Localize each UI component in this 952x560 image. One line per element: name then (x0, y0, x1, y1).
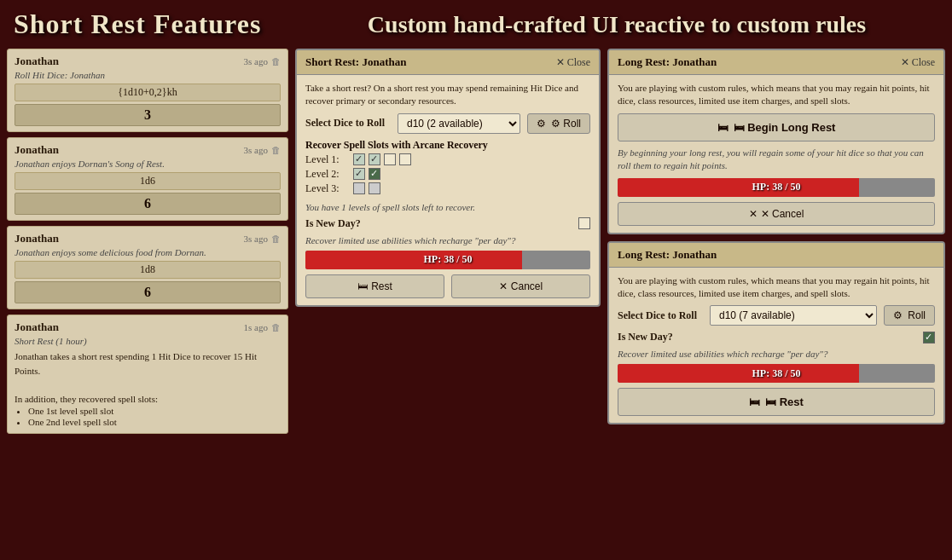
long-rest-bottom-header: Long Rest: Jonathan (609, 243, 943, 268)
card2-result: 6 (15, 193, 281, 215)
level3-label: Level 3: (305, 182, 350, 195)
long-rest-bottom-title: Long Rest: Jonathan (618, 248, 717, 262)
gear-icon: ⚙ (537, 118, 546, 130)
level2-cb2[interactable] (369, 168, 380, 180)
short-rest-description: Take a short rest? On a short rest you m… (305, 82, 590, 108)
level2-cb1[interactable] (353, 168, 365, 180)
short-rest-dialog-box: Short Rest: Jonathan ✕ Close Take a shor… (295, 49, 601, 307)
card3-result: 6 (15, 281, 281, 303)
gear-icon: ⚙ (893, 309, 903, 321)
long-rest-dialog-bottom: Long Rest: Jonathan You are playing with… (607, 241, 945, 425)
long-rest-new-day-row: Is New Day? (618, 331, 935, 344)
left-panel: Jonathan 3s ago 🗑 Roll Hit Dice: Jonatha… (7, 49, 288, 553)
roll-button[interactable]: ⚙ ⚙ Roll (527, 113, 590, 134)
spell-recovery-title: Recover Spell Slots with Arcane Recovery (305, 139, 590, 152)
long-rest-top-header: Long Rest: Jonathan ✕ Close (609, 50, 943, 75)
spell-recovery-section: Recover Spell Slots with Arcane Recovery… (305, 139, 590, 197)
long-rest-top-body: You are playing with custom rules, which… (609, 75, 943, 233)
long-rest-bottom-hp-bar: HP: 38 / 50 (618, 364, 935, 383)
short-rest-dialog-title: Short Rest: Jonathan (305, 55, 406, 69)
card1-delete-icon[interactable]: 🗑 (271, 56, 281, 66)
long-rest-dice-select[interactable]: d10 (7 available) (710, 305, 877, 326)
new-day-checkbox[interactable] (578, 217, 590, 229)
long-rest-bottom-rest-button[interactable]: 🛏 🛏 Rest (618, 388, 935, 416)
long-rest-top-cancel-button[interactable]: ✕ ✕ Cancel (618, 202, 935, 226)
spell-level2-row: Level 2: (305, 168, 590, 181)
long-rest-top-title: Long Rest: Jonathan (618, 55, 717, 69)
long-rest-bottom-body: You are playing with custom rules, which… (609, 268, 943, 424)
card4-delete-icon[interactable]: 🗑 (271, 322, 281, 332)
card3-delete-icon[interactable]: 🗑 (271, 234, 281, 244)
card-short-rest-result: Jonathan 1s ago 🗑 Short Rest (1 hour) Jo… (7, 315, 288, 434)
card1-formula: {1d10+0,2}kh (15, 84, 281, 101)
card3-name: Jonathan (15, 232, 59, 245)
card2-desc: Jonathan enjoys Dornan's Song of Rest. (15, 159, 281, 169)
long-rest-dice-label: Select Dice to Roll (618, 309, 703, 322)
card2-time: 3s ago 🗑 (244, 145, 281, 155)
spell-level1-row: Level 1: (305, 153, 590, 166)
list-item: One 2nd level spell slot (28, 417, 281, 427)
begin-long-rest-desc: By beginning your long rest, you will re… (618, 147, 935, 173)
card1-result: 3 (15, 104, 281, 126)
close-icon: ✕ (499, 280, 508, 292)
card-roll-hitdice: Jonathan 3s ago 🗑 Roll Hit Dice: Jonatha… (7, 49, 288, 132)
level1-cb3[interactable] (384, 153, 396, 165)
card1-name: Jonathan (15, 55, 59, 68)
level1-label: Level 1: (305, 153, 350, 166)
bed-icon: 🛏 (357, 280, 368, 292)
card1-header: Jonathan 3s ago 🗑 (15, 55, 281, 68)
card1-desc: Roll Hit Dice: Jonathan (15, 70, 281, 80)
level1-cb2[interactable] (369, 153, 380, 165)
long-rest-new-day-desc: Recover limited use abilities which rech… (618, 349, 935, 359)
card3-time: 3s ago 🗑 (244, 234, 281, 244)
card3-header: Jonathan 3s ago 🗑 (15, 232, 281, 245)
card4-subtype: Short Rest (1 hour) (15, 336, 281, 346)
spell-note: You have 1 levels of spell slots left to… (305, 202, 590, 212)
card3-desc: Jonathan enjoys some delicious food from… (15, 247, 281, 257)
card4-header: Jonathan 1s ago 🗑 (15, 320, 281, 334)
begin-long-rest-button[interactable]: 🛏 🛏 Begin Long Rest (618, 113, 935, 141)
long-rest-top-hp-text: HP: 38 / 50 (618, 178, 935, 197)
dice-select[interactable]: d10 (2 available) (398, 113, 520, 134)
bed-icon: 🛏 (749, 395, 760, 408)
level2-label: Level 2: (305, 168, 350, 181)
right-panel: Long Rest: Jonathan ✕ Close You are play… (607, 49, 945, 553)
header: Short Rest Features Custom hand-crafted … (0, 0, 952, 49)
long-rest-top-hp-bar: HP: 38 / 50 (618, 178, 935, 197)
hp-bar-text: HP: 38 / 50 (305, 251, 590, 269)
close-icon: ✕ (749, 208, 758, 220)
card-song-of-rest: Jonathan 3s ago 🗑 Jonathan enjoys Dornan… (7, 137, 288, 221)
spell-level3-row: Level 3: (305, 182, 590, 195)
cancel-button[interactable]: ✕ Cancel (451, 274, 590, 298)
long-rest-bottom-desc: You are playing with custom rules, which… (618, 274, 935, 301)
short-rest-dialog-header: Short Rest: Jonathan ✕ Close (297, 50, 599, 75)
new-day-row: Is New Day? (305, 217, 590, 230)
card4-text: Jonathan takes a short rest spending 1 H… (15, 349, 281, 406)
center-title: Custom hand-crafted UI reactive to custo… (295, 11, 938, 38)
card-food: Jonathan 3s ago 🗑 Jonathan enjoys some d… (7, 226, 288, 309)
level1-cb1[interactable] (353, 153, 365, 165)
card4-time: 1s ago 🗑 (244, 322, 281, 332)
card2-delete-icon[interactable]: 🗑 (271, 145, 281, 155)
card4-name: Jonathan (15, 320, 59, 334)
short-rest-close-button[interactable]: ✕ Close (556, 56, 590, 69)
card1-time: 3s ago 🗑 (244, 56, 281, 66)
level1-cb4[interactable] (399, 153, 411, 165)
level3-cb2[interactable] (369, 182, 380, 194)
rest-button[interactable]: 🛏 Rest (305, 274, 444, 298)
card3-formula: 1d8 (15, 261, 281, 279)
long-rest-roll-button[interactable]: ⚙ Roll (884, 305, 935, 326)
dice-select-row: Select Dice to Roll d10 (2 available) ⚙ … (305, 113, 590, 134)
card2-formula: 1d6 (15, 172, 281, 190)
new-day-label: Is New Day? (305, 217, 361, 230)
main-layout: Jonathan 3s ago 🗑 Roll Hit Dice: Jonatha… (0, 49, 952, 560)
new-day-desc: Recover limited use abilities which rech… (305, 235, 590, 245)
level3-cb1[interactable] (353, 182, 365, 194)
long-rest-new-day-checkbox[interactable] (923, 332, 935, 344)
list-item: One 1st level spell slot (28, 406, 281, 416)
long-rest-new-day-label: Is New Day? (618, 331, 673, 344)
long-rest-top-close-button[interactable]: ✕ Close (901, 56, 935, 69)
long-rest-dice-row: Select Dice to Roll d10 (7 available) ⚙ … (618, 305, 935, 326)
hp-bar: HP: 38 / 50 (305, 251, 590, 269)
short-rest-dialog: Short Rest: Jonathan ✕ Close Take a shor… (295, 49, 601, 553)
